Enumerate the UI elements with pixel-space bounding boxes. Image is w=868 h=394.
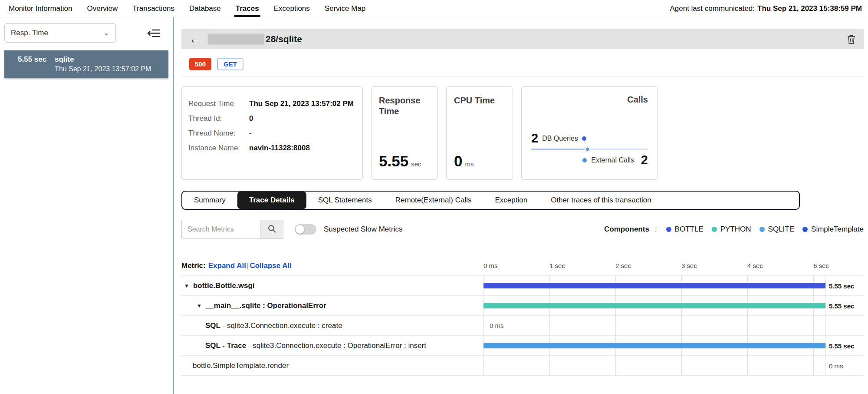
trace-row-sql-create: SQL - sqlite3.Connection.execute : creat…	[181, 316, 864, 336]
trace-item-duration: 5.55 sec	[18, 55, 55, 73]
tab-remote-external-calls[interactable]: Remote(External) Calls	[384, 192, 483, 209]
instance-name-label: Instance Name:	[188, 143, 249, 152]
tab-other-traces[interactable]: Other traces of this transaction	[539, 192, 663, 209]
thread-id-label: Thread Id:	[188, 114, 249, 123]
request-info-card: Request TimeThu Sep 21, 2023 13:57:02 PM…	[181, 86, 363, 180]
duration-bar	[483, 303, 825, 308]
instance-name-value: navin-11328:8008	[249, 143, 310, 152]
request-badges: 500 GET	[181, 49, 864, 76]
toggle-knob	[296, 225, 304, 234]
nav-monitor-information[interactable]: Monitor Information	[9, 0, 72, 17]
python-dot-icon	[712, 227, 717, 232]
suspected-slow-metrics-toggle[interactable]	[295, 224, 316, 235]
chevron-down-icon: ⌄	[104, 31, 109, 35]
caret-down-icon[interactable]: ▼	[184, 283, 189, 289]
collapse-panel-icon[interactable]	[147, 28, 161, 38]
trace-row-sql-insert: SQL - Trace - sqlite3.Connection.execute…	[181, 336, 864, 356]
calls-breakdown-track	[531, 149, 648, 150]
trace-list-item[interactable]: 5.55 sec sqlite Thu Sep 21, 2023 13:57:0…	[4, 50, 168, 78]
row-duration: 5.55 sec	[829, 282, 854, 290]
tab-exception[interactable]: Exception	[483, 192, 539, 209]
tab-trace-details[interactable]: Trace Details	[237, 192, 306, 209]
tick-4sec: 4 sec	[747, 262, 763, 269]
components-label: Components	[604, 225, 649, 234]
trace-item-name: sqlite	[55, 55, 151, 64]
sqlite-dot-icon	[760, 227, 765, 232]
tick-6sec: 6 sec	[813, 262, 829, 269]
redacted-text	[208, 34, 264, 45]
nav-service-map[interactable]: Service Map	[325, 0, 365, 17]
links-divider: |	[247, 262, 249, 270]
legend-item-bottle: BOTTLE	[666, 225, 704, 234]
response-time-value: 5.55	[379, 152, 408, 170]
cpu-time-unit: ms	[465, 160, 473, 168]
tick-3sec: 3 sec	[681, 262, 697, 269]
bottle-dot-icon	[666, 227, 671, 232]
duration-bar	[483, 343, 825, 348]
request-time-label: Request Time	[188, 99, 249, 108]
sort-dropdown-value: Resp. Time	[11, 29, 48, 37]
components-legend: Components : BOTTLE PYTHON SQLITE Simple…	[604, 225, 864, 234]
nav-traces[interactable]: Traces	[236, 0, 259, 17]
agent-last-communicated: Agent last communicated:Thu Sep 21, 2023…	[670, 4, 862, 13]
db-queries-dot-icon	[582, 136, 586, 141]
external-calls-label: External Calls	[591, 156, 634, 164]
thread-id-value: 0	[249, 114, 253, 123]
cpu-time-title: CPU Time	[454, 95, 505, 106]
legend-item-python: PYTHON	[712, 225, 751, 234]
suspected-slow-metrics-label: Suspected Slow Metrics	[324, 225, 402, 234]
thread-name-value: -	[249, 129, 252, 138]
response-time-title: Response Time	[379, 95, 430, 117]
nav-transactions[interactable]: Transactions	[132, 0, 174, 17]
duration-bar	[483, 283, 825, 288]
components-separator: :	[655, 225, 657, 234]
trace-detail-panel: ← 28/sqlite 500 GET Request TimeThu Sep …	[174, 17, 868, 394]
tab-sql-statements[interactable]: SQL Statements	[306, 192, 384, 209]
sort-dropdown[interactable]: Resp. Time ⌄	[4, 23, 116, 43]
trace-item-timestamp: Thu Sep 21, 2023 13:57:02 PM	[55, 65, 151, 73]
http-method-badge: GET	[217, 58, 243, 70]
calls-card-title: Calls	[627, 95, 648, 105]
calls-card: Calls 2 DB Queries Ext	[521, 86, 658, 180]
delete-trace-icon[interactable]	[847, 34, 856, 44]
nav-database[interactable]: Database	[189, 0, 221, 17]
simpletemplate-dot-icon	[802, 227, 808, 232]
legend-item-simpletemplate: SimpleTemplate	[802, 225, 864, 234]
external-calls-count: 2	[641, 154, 648, 166]
top-nav: Monitor Information Overview Transaction…	[0, 0, 868, 17]
response-time-card: Response Time 5.55 sec	[371, 86, 438, 180]
status-code-badge: 500	[189, 58, 211, 70]
trace-row-simpletemplate-render: bottle.SimpleTemplate.render 0 ms	[181, 356, 864, 376]
detail-tabs: Summary Trace Details SQL Statements Rem…	[181, 191, 800, 210]
row-duration: 5.55 sec	[829, 302, 854, 310]
trace-table-header: Metric: Expand All | Collapse All 0 ms 1…	[181, 256, 864, 276]
search-button[interactable]	[260, 220, 283, 239]
db-queries-label: DB Queries	[542, 135, 578, 142]
trace-row-main-sqlite[interactable]: ▼ __main__.sqlite : OperationalError 5.5…	[181, 296, 864, 316]
calls-marker-icon	[585, 147, 590, 152]
request-time-value: Thu Sep 21, 2023 13:57:02 PM	[249, 99, 354, 108]
tick-2sec: 2 sec	[615, 262, 631, 269]
nav-exceptions[interactable]: Exceptions	[274, 0, 310, 17]
response-time-unit: sec	[411, 160, 421, 168]
trace-waterfall: Metric: Expand All | Collapse All 0 ms 1…	[181, 256, 864, 376]
search-metrics-input[interactable]	[181, 220, 260, 239]
row-duration: 5.55 sec	[829, 342, 854, 350]
collapse-all-link[interactable]: Collapse All	[250, 262, 292, 270]
row-duration: 0 ms	[490, 322, 504, 329]
tab-summary[interactable]: Summary	[182, 192, 237, 209]
expand-all-link[interactable]: Expand All	[208, 262, 246, 270]
search-icon	[268, 225, 276, 235]
legend-item-sqlite: SQLITE	[760, 225, 794, 234]
metric-label: Metric:	[181, 262, 206, 270]
tick-0ms: 0 ms	[483, 262, 498, 269]
back-arrow-icon[interactable]: ←	[189, 33, 201, 45]
nav-overview[interactable]: Overview	[87, 0, 118, 17]
caret-down-icon[interactable]: ▼	[197, 303, 202, 309]
trace-row-wsgi[interactable]: ▼ bottle.Bottle.wsgi 5.55 sec	[181, 276, 864, 296]
metrics-filter-row: Suspected Slow Metrics Components : BOTT…	[181, 220, 864, 239]
db-queries-count: 2	[531, 132, 538, 145]
apm-trace-page: Monitor Information Overview Transaction…	[0, 0, 868, 394]
row-duration: 0 ms	[829, 362, 843, 370]
summary-cards: Request TimeThu Sep 21, 2023 13:57:02 PM…	[181, 86, 864, 180]
